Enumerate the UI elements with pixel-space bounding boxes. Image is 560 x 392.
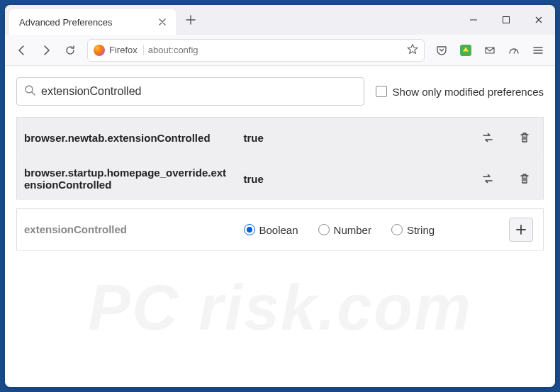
maximize-button[interactable] <box>490 5 522 35</box>
delete-icon[interactable] <box>513 167 536 190</box>
pref-value: true <box>237 118 470 158</box>
titlebar: Advanced Preferences <box>5 5 555 35</box>
url-text: about:config <box>148 45 403 55</box>
window-controls <box>457 5 555 35</box>
reload-button[interactable] <box>59 39 82 62</box>
close-window-button[interactable] <box>522 5 555 35</box>
svg-rect-0 <box>503 17 510 23</box>
pref-name: browser.startup.homepage_override.extens… <box>17 158 237 200</box>
search-icon <box>24 84 35 99</box>
inbox-icon[interactable] <box>478 39 501 62</box>
type-radio-group: Boolean Number String <box>244 224 465 236</box>
add-button[interactable] <box>509 218 533 242</box>
navigation-toolbar: Firefox about:config <box>5 35 555 66</box>
toggle-icon[interactable] <box>476 167 499 190</box>
minimize-button[interactable] <box>457 5 490 35</box>
pref-row: browser.startup.homepage_override.extens… <box>17 158 544 200</box>
pref-name: browser.newtab.extensionControlled <box>17 118 237 158</box>
radio-boolean[interactable]: Boolean <box>244 224 298 236</box>
radio-number[interactable]: Number <box>318 224 371 236</box>
toggle-icon[interactable] <box>476 126 499 149</box>
firefox-logo-icon <box>94 45 105 56</box>
tab-advanced-preferences[interactable]: Advanced Preferences <box>9 9 176 35</box>
prefs-table: browser.newtab.extensionControlled true … <box>16 117 544 200</box>
new-pref-row: extensionControlled Boolean Number Strin… <box>17 209 544 251</box>
radio-icon <box>391 224 403 235</box>
url-bar[interactable]: Firefox about:config <box>87 39 425 62</box>
radio-label: String <box>407 224 435 236</box>
new-pref-name: extensionControlled <box>24 223 127 235</box>
identity-label: Firefox <box>109 45 144 55</box>
dashboard-icon[interactable] <box>503 39 525 62</box>
checkbox-icon[interactable] <box>376 86 387 97</box>
search-box[interactable] <box>16 77 364 106</box>
radio-label: Boolean <box>259 224 298 236</box>
app-menu-button[interactable] <box>527 39 549 62</box>
pref-value: true <box>237 158 470 200</box>
new-pref-table: extensionControlled Boolean Number Strin… <box>16 208 544 251</box>
search-input[interactable] <box>41 85 357 98</box>
svg-point-1 <box>26 86 33 93</box>
radio-icon <box>318 224 330 235</box>
watermark: PC risk.com <box>5 271 555 345</box>
delete-icon[interactable] <box>513 126 536 149</box>
back-button[interactable] <box>11 39 33 62</box>
radio-icon <box>244 224 255 235</box>
pocket-icon[interactable] <box>430 39 453 62</box>
radio-label: Number <box>334 224 371 236</box>
new-tab-button[interactable] <box>180 9 201 30</box>
bookmark-star-icon[interactable] <box>407 43 418 57</box>
extension-icon[interactable] <box>454 39 477 62</box>
pref-row: browser.newtab.extensionControlled true <box>17 118 544 158</box>
radio-string[interactable]: String <box>391 224 435 236</box>
page-content: Show only modified preferences browser.n… <box>5 66 555 387</box>
close-icon[interactable] <box>156 16 169 28</box>
modified-only-checkbox[interactable]: Show only modified preferences <box>376 86 544 98</box>
tab-title: Advanced Preferences <box>19 17 156 28</box>
browser-window: Advanced Preferences Firefox about:confi… <box>5 5 555 387</box>
modified-only-label: Show only modified preferences <box>393 86 544 98</box>
search-row: Show only modified preferences <box>16 77 544 106</box>
forward-button[interactable] <box>35 39 57 62</box>
